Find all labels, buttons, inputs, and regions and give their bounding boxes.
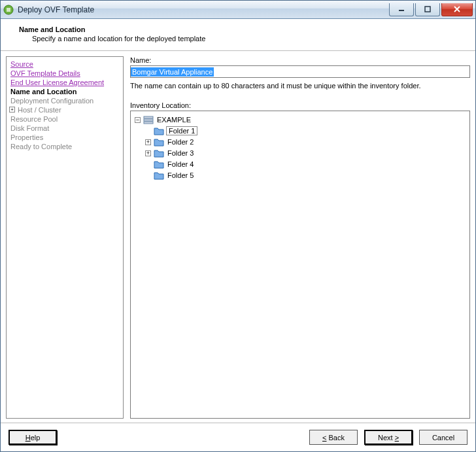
page-subtitle: Specify a name and location for the depl… — [32, 35, 469, 43]
step-eula[interactable]: End User License Agreement — [10, 78, 119, 87]
svg-rect-3 — [425, 7, 430, 12]
tree-folder-label: Folder 1 — [166, 126, 197, 135]
datacenter-icon — [143, 115, 154, 124]
tree-root[interactable]: − EXAMPLE — [135, 114, 466, 125]
name-hint: The name can contain up to 80 characters… — [130, 82, 470, 90]
main-panel: Name: Bomgar Virtual Appliance The name … — [124, 56, 470, 419]
wizard-footer: Help < Back Next > Cancel — [1, 423, 475, 451]
tree-folder[interactable]: Folder 4 — [145, 159, 466, 169]
cancel-button[interactable]: Cancel — [419, 430, 468, 445]
maximize-button[interactable] — [415, 3, 440, 16]
tree-folder[interactable]: Folder 1 — [145, 126, 466, 136]
tree-folder-expander[interactable]: + — [145, 150, 151, 156]
folder-icon — [154, 160, 164, 169]
page-title: Name and Location — [19, 26, 469, 33]
tree-folder-label: Folder 2 — [166, 138, 195, 146]
wizard-steps-sidebar: Source OVF Template Details End User Lic… — [6, 56, 124, 419]
name-input-value: Bomgar Virtual Appliance — [131, 67, 214, 77]
step-deployment-config: Deployment Configuration — [10, 96, 119, 105]
step-host-cluster-expander[interactable]: + — [9, 107, 15, 113]
step-host-cluster: Host / Cluster — [10, 105, 119, 114]
app-icon — [3, 5, 14, 15]
folder-icon — [154, 171, 164, 180]
tree-folder[interactable]: Folder 5 — [145, 170, 466, 181]
inventory-label: Inventory Location: — [130, 101, 470, 109]
tree-folder[interactable]: + Folder 3 — [145, 148, 466, 158]
back-button[interactable]: < Back — [309, 430, 358, 445]
svg-rect-4 — [144, 116, 153, 118]
tree-folder-label: Folder 5 — [166, 171, 195, 179]
content: Source OVF Template Details End User Lic… — [1, 51, 475, 423]
folder-icon — [154, 148, 164, 158]
tree-folder-expander[interactable]: + — [145, 139, 151, 145]
svg-rect-5 — [144, 119, 153, 121]
tree-folder-label: Folder 4 — [166, 160, 195, 168]
step-ovf-details[interactable]: OVF Template Details — [10, 69, 119, 78]
tree-folder[interactable]: + Folder 2 — [145, 137, 466, 147]
next-button[interactable]: Next > — [364, 430, 413, 445]
folder-icon — [154, 126, 164, 135]
window-controls — [388, 3, 473, 16]
step-source[interactable]: Source — [10, 60, 119, 69]
step-name-location: Name and Location — [10, 87, 119, 96]
minimize-button[interactable] — [389, 3, 414, 16]
step-ready: Ready to Complete — [10, 142, 119, 151]
window-title: Deploy OVF Template — [18, 5, 388, 14]
step-disk-format: Disk Format — [10, 124, 119, 133]
tree-root-expander[interactable]: − — [135, 117, 141, 123]
inventory-tree[interactable]: − EXAMPLE Folder 1 — [130, 111, 470, 419]
deploy-ovf-window: Deploy OVF Template Name and Location Sp… — [0, 0, 476, 452]
svg-rect-6 — [144, 122, 153, 124]
svg-rect-2 — [399, 10, 404, 11]
folder-icon — [154, 137, 164, 147]
name-input[interactable]: Bomgar Virtual Appliance — [130, 65, 470, 78]
close-button[interactable] — [441, 3, 473, 16]
help-button[interactable]: Help — [8, 430, 57, 445]
step-resource-pool: Resource Pool — [10, 114, 119, 124]
wizard-header: Name and Location Specify a name and loc… — [1, 19, 475, 51]
titlebar: Deploy OVF Template — [1, 1, 475, 19]
step-properties: Properties — [10, 133, 119, 142]
svg-rect-1 — [7, 8, 10, 12]
tree-folder-label: Folder 3 — [166, 149, 195, 157]
tree-root-label: EXAMPLE — [156, 116, 192, 124]
name-label: Name: — [130, 56, 470, 64]
